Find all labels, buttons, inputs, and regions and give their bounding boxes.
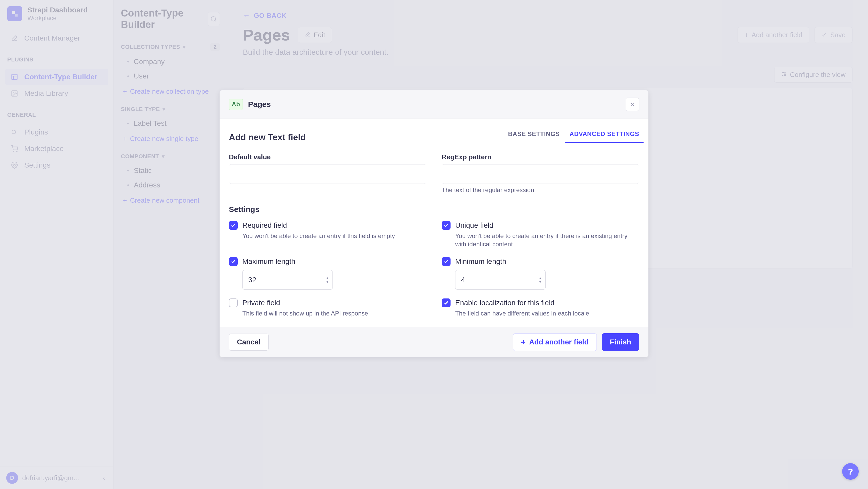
private-checkbox[interactable] [229,298,238,307]
modal-type-name: Pages [248,100,271,109]
default-value-label: Default value [229,153,426,161]
unique-label: Unique field [455,221,639,230]
modal-tabs: BASE SETTINGS ADVANCED SETTINGS [508,130,639,142]
required-checkbox[interactable] [229,221,238,230]
minlength-checkbox[interactable] [442,257,451,266]
check-icon [443,223,449,228]
check-icon [231,223,236,228]
maxlength-checkbox[interactable] [229,257,238,266]
default-value-input[interactable] [229,164,426,184]
modal-header: Ab Pages [220,90,648,119]
required-desc: You won't be able to create an entry if … [242,232,426,240]
text-field-badge-icon: Ab [229,99,243,110]
help-button[interactable]: ? [842,463,859,480]
unique-desc: You won't be able to create an entry if … [455,232,639,249]
check-icon [443,300,449,305]
number-stepper-icon[interactable]: ▲▼ [538,276,542,284]
localization-checkbox[interactable] [442,298,451,307]
regexp-hint: The text of the regular expression [442,187,639,194]
minlength-input[interactable] [455,270,546,290]
localization-label: Enable localization for this field [455,298,639,307]
tab-advanced-settings[interactable]: ADVANCED SETTINGS [570,130,639,142]
regexp-label: RegExp pattern [442,153,639,161]
localization-desc: The field can have different values in e… [455,309,639,318]
modal-overlay: Ab Pages Add new Text field BASE SETTING… [0,0,868,489]
number-stepper-icon[interactable]: ▲▼ [326,276,329,284]
minlength-label: Minimum length [455,257,639,266]
cancel-button[interactable]: Cancel [229,333,269,351]
tab-base-settings[interactable]: BASE SETTINGS [508,130,560,142]
maxlength-input[interactable] [242,270,333,290]
add-another-field-button[interactable]: + Add another field [513,333,597,351]
regexp-input[interactable] [442,164,639,184]
check-icon [231,259,236,264]
maxlength-label: Maximum length [242,257,426,266]
field-modal: Ab Pages Add new Text field BASE SETTING… [220,90,648,357]
finish-button[interactable]: Finish [602,333,639,351]
private-label: Private field [242,298,426,307]
question-icon: ? [848,466,853,477]
modal-footer: Cancel + Add another field Finish [220,327,648,357]
close-icon [629,101,635,107]
close-button[interactable] [626,98,639,111]
check-icon [443,259,449,264]
required-label: Required field [242,221,426,230]
settings-heading: Settings [229,205,639,214]
unique-checkbox[interactable] [442,221,451,230]
plus-icon: + [521,338,526,347]
private-desc: This field will not show up in the API r… [242,309,426,318]
modal-title: Add new Text field [229,132,306,142]
